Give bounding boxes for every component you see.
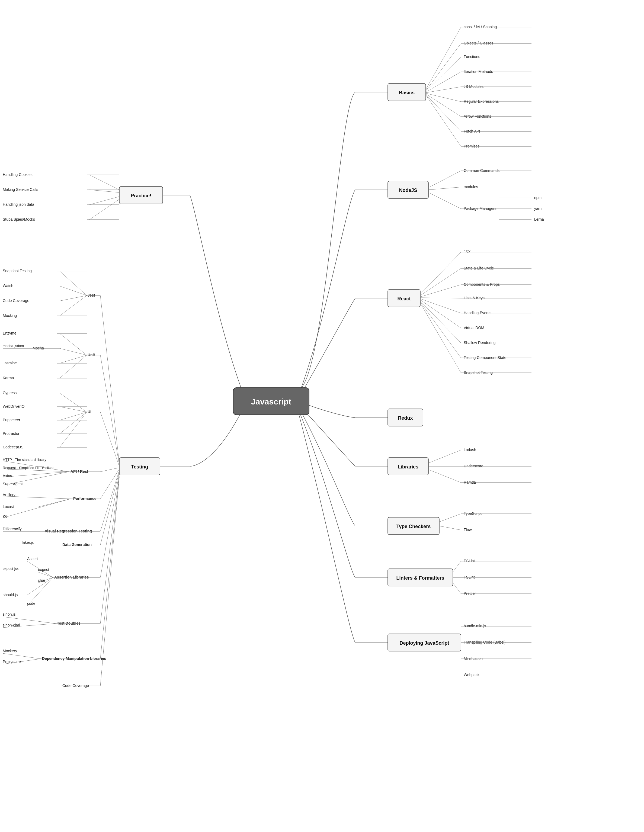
leaf-tslint: TSLint (464, 575, 475, 579)
react-label: React (397, 296, 410, 301)
performance-label: Performance (73, 496, 96, 501)
leaf-karma: Karma (3, 376, 14, 380)
svg-line-80 (90, 175, 119, 190)
svg-line-56 (428, 470, 461, 483)
leaf-promises: Promises (464, 144, 479, 148)
type-checkers-label: Type Checkers (396, 524, 431, 529)
leaf-code-coverage-bottom: Code Coverage (62, 683, 89, 688)
svg-line-38 (420, 298, 461, 298)
leaf-webpack: Webpack (464, 673, 480, 677)
svg-line-153 (100, 476, 119, 659)
svg-line-7 (426, 72, 461, 92)
leaf-testing-component-state: Testing Component State (464, 355, 506, 360)
svg-line-1 (426, 27, 461, 90)
svg-line-20 (428, 171, 461, 187)
svg-line-17 (426, 95, 461, 146)
leaf-handling-events: Handling Events (464, 311, 491, 315)
svg-line-46 (420, 302, 461, 358)
redux-label: Redux (398, 415, 413, 421)
svg-line-61 (439, 526, 461, 530)
svg-line-9 (426, 87, 461, 93)
leaf-expect-jsx: expect-jsx (3, 566, 19, 571)
libraries-label: Libraries (398, 464, 418, 470)
leaf-objects: Objects / Classes (464, 41, 493, 45)
leaf-webdriverio: WebDriverIO (3, 404, 25, 408)
svg-line-151 (3, 617, 56, 624)
data-generation-label: Data Generation (62, 542, 92, 547)
svg-line-40 (420, 299, 461, 313)
center-label: Javascript (251, 397, 291, 406)
leaf-components: Components & Props (464, 282, 500, 286)
svg-line-15 (426, 94, 461, 131)
leaf-iteration: Iteration Methods (464, 69, 493, 74)
basics-label: Basics (399, 90, 415, 95)
leaf-package-managers: Package Managers (464, 206, 497, 211)
leaf-request: Request - Simplified HTTP client (3, 466, 54, 470)
leaf-ramda: Ramda (464, 480, 476, 485)
leaf-eslint: ESLint (464, 559, 475, 563)
svg-line-22 (428, 187, 461, 190)
leaf-proxyquire: Proxyquire (3, 659, 21, 664)
leaf-lerna: Lerna (534, 217, 544, 221)
svg-line-122 (100, 468, 119, 472)
leaf-functions: Functions (464, 54, 480, 59)
svg-line-82 (90, 190, 119, 192)
deploying-label: Deploying JavaScript (399, 640, 449, 646)
leaf-locust: Locust (3, 504, 14, 509)
svg-line-34 (420, 269, 461, 296)
leaf-sinon-chai: sinon-chai (3, 623, 20, 627)
leaf-jasmine: Jasmine (3, 361, 17, 365)
svg-line-99 (100, 355, 119, 465)
leaf-sinonjs: sinon.js (3, 612, 16, 616)
leaf-expect: expect (38, 567, 49, 572)
leaf-fetch: Fetch API (464, 129, 480, 133)
svg-line-108 (60, 355, 87, 378)
leaf-snapshot-testing-react: Snapshot Testing (464, 370, 493, 374)
svg-line-134 (100, 470, 119, 531)
svg-line-140 (100, 473, 119, 578)
leaf-lodash: Lodash (464, 448, 476, 452)
linters-label: Linters & Formatters (396, 575, 444, 581)
leaf-yarn: yarn (534, 206, 541, 211)
svg-line-106 (60, 355, 87, 363)
leaf-bundle: bundle.min.js (464, 624, 486, 628)
svg-line-32 (420, 252, 461, 294)
jest-label: Jest (88, 293, 95, 298)
leaf-mocha: Mocha (32, 346, 44, 350)
leaf-prettier: Prettier (464, 591, 476, 595)
svg-line-42 (420, 300, 461, 328)
leaf-snapshot-jest: Snapshot Testing (3, 269, 32, 273)
svg-line-5 (426, 57, 461, 92)
svg-line-68 (453, 583, 461, 594)
svg-line-155 (3, 653, 41, 659)
ui-label: UI (88, 410, 91, 414)
svg-line-84 (90, 197, 119, 205)
svg-line-118 (60, 412, 87, 434)
svg-line-3 (426, 43, 461, 91)
leaf-shallow-rendering: Shallow Rendering (464, 341, 496, 345)
leaf-typescript: TypeScript (464, 511, 482, 516)
leaf-common-commands: Common Commands (464, 168, 500, 173)
svg-line-52 (428, 450, 461, 463)
leaf-watch: Watch (3, 283, 13, 288)
leaf-minification: Minification (464, 656, 483, 661)
leaf-fakerjs: faker.js (22, 540, 34, 545)
svg-line-36 (420, 285, 461, 297)
svg-line-131 (38, 499, 70, 507)
leaf-shouldjs: should.js (3, 593, 18, 597)
dep-manipulation-label: Dependency Manipulation Libraries (42, 656, 106, 661)
leaf-code-coverage-jest: Code Coverage (3, 299, 29, 303)
svg-line-97 (60, 296, 87, 316)
practice-label: Practice! (131, 193, 151, 198)
testing-label: Testing (131, 464, 148, 470)
leaf-puppeteer: Puppeteer (3, 418, 20, 422)
svg-line-95 (60, 296, 87, 301)
leaf-artillery: Artillery (3, 493, 16, 497)
svg-line-59 (439, 514, 461, 522)
leaf-handling-json: Handling json data (3, 202, 34, 206)
leaf-virtual-dom: Virtual DOM (464, 326, 484, 330)
leaf-cypress: Cypress (3, 390, 16, 395)
leaf-modules: modules (464, 185, 478, 189)
leaf-chai: chai (38, 578, 45, 582)
mindmap-container: Javascript Basics const / let / Scoping … (0, 0, 644, 832)
